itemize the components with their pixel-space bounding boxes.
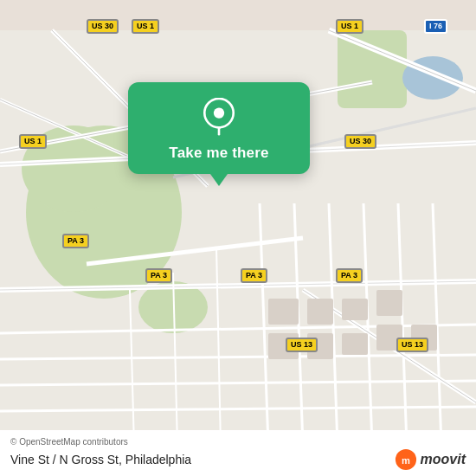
badge-pa3-mid2: PA 3	[241, 268, 267, 283]
badge-pa3-mid: PA 3	[145, 268, 172, 283]
badge-us13-left: US 13	[286, 338, 318, 352]
map-container: US 30 US 1 I 76 US 1 US 1 US 30 PA 3 PA …	[0, 0, 476, 476]
svg-rect-38	[376, 290, 402, 316]
svg-rect-41	[342, 333, 368, 355]
location-pin-icon	[200, 98, 238, 136]
badge-pa3-left: PA 3	[62, 234, 89, 248]
svg-rect-3	[338, 30, 407, 108]
badge-us1-top2: US 1	[132, 19, 159, 34]
svg-rect-36	[307, 299, 333, 325]
moovit-brand-icon: m	[395, 448, 417, 471]
location-info: Vine St / N Gross St, Philadelphia m moo…	[10, 448, 466, 471]
badge-us1-left: US 1	[19, 134, 47, 149]
badge-us30: US 30	[87, 19, 119, 34]
badge-pa3-right: PA 3	[336, 268, 363, 283]
badge-us13-right: US 13	[396, 338, 428, 352]
badge-i76: I 76	[424, 19, 447, 34]
svg-point-45	[214, 107, 224, 118]
moovit-brand-text: moovit	[421, 452, 466, 467]
svg-rect-35	[268, 299, 299, 325]
moovit-logo: m moovit	[395, 448, 466, 471]
attribution-text: © OpenStreetMap contributors	[10, 437, 466, 447]
popup-label: Take me there	[169, 145, 268, 162]
location-name: Vine St / N Gross St, Philadelphia	[10, 453, 191, 466]
badge-us30-right: US 30	[344, 134, 376, 149]
badge-us1-top: US 1	[336, 19, 363, 34]
svg-rect-37	[342, 299, 368, 320]
bottom-bar: © OpenStreetMap contributors Vine St / N…	[0, 430, 476, 476]
popup-card[interactable]: Take me there	[128, 82, 310, 174]
svg-text:m: m	[402, 455, 410, 466]
